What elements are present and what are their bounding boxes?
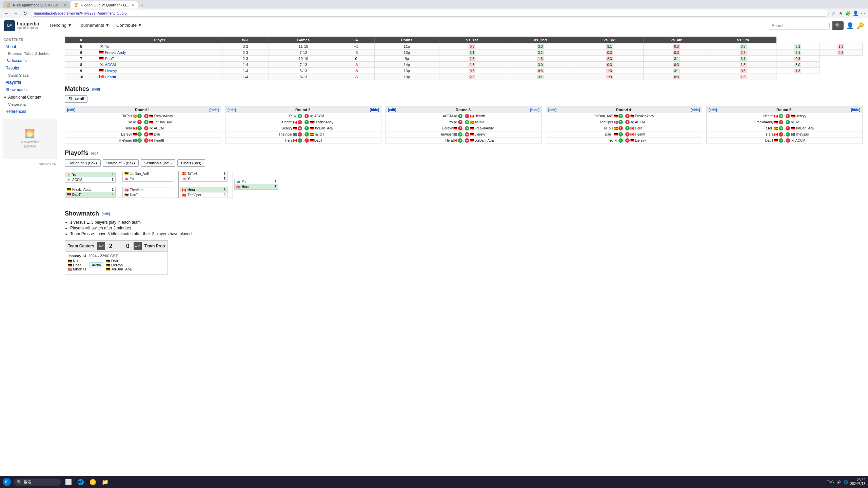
sidebar-item-showmatch[interactable]: Showmatch — [0, 86, 59, 94]
bookmark-icon[interactable]: ★ — [839, 11, 843, 16]
col-rank: # — [65, 37, 97, 43]
round-hide[interactable]: [hide] — [851, 108, 860, 112]
connector2-top — [175, 171, 179, 184]
match-p1: ACCM 🇰🇷 — [387, 114, 457, 118]
p1-flag: 🇩🇪 — [614, 133, 618, 136]
site-logo[interactable]: LP liquipedia Age of Empires — [4, 20, 39, 31]
report-ad-link[interactable]: REPORT AD — [3, 162, 56, 165]
tab2-close[interactable]: ✕ — [131, 3, 134, 7]
match-p2: 🇩🇪 DauT — [149, 133, 219, 136]
games-cell: 8-13 — [269, 74, 338, 80]
round-edit[interactable]: [edit] — [228, 108, 236, 112]
bracket-match-freakinandy-daut: 🇩🇪 FreakinAndy 2 🇩🇪 DauT 4 — [65, 187, 116, 198]
p1-flag: 🇨🇦 — [774, 114, 778, 118]
browser-tab-2[interactable]: 🏆 Hidden Cup V: Qualifier - Li... ✕ — [71, 1, 138, 8]
sidebar-item-swiss[interactable]: Swiss Stage — [0, 72, 59, 79]
search-input[interactable] — [769, 22, 830, 30]
semi-theviper-flag: 🇳🇴 — [182, 193, 186, 197]
round-hide[interactable]: [hide] — [210, 108, 219, 112]
player-link[interactable]: Hearttt — [105, 75, 116, 79]
match-p2: 🇨🇦 Hearttt — [470, 114, 540, 118]
sidebar-item-results[interactable]: Results — [0, 64, 59, 72]
round-edit[interactable]: [edit] — [388, 108, 396, 112]
final-hera-name: Hera — [242, 185, 270, 189]
back-button[interactable]: ← — [3, 10, 10, 17]
matches-title-text: Matches — [65, 85, 89, 93]
round-hide[interactable]: [hide] — [691, 108, 700, 112]
round-match-row: Yo 🇰🇷 3 : 2 🇰🇷 ACCM — [225, 113, 381, 119]
round-hide[interactable]: [hide] — [370, 108, 379, 112]
score-p2: 0 — [304, 138, 309, 143]
round-match-row: TheViper 🇳🇴 2 : 3 🇪🇸 TaToH — [225, 131, 381, 138]
nav-tournaments[interactable]: Tournaments ▼ — [75, 18, 113, 33]
playoffs-nav-btn-3[interactable]: Finals (Bo9) — [177, 159, 205, 167]
player-link[interactable]: Liereyy — [105, 69, 117, 73]
translate-icon[interactable]: ⚡ — [831, 11, 836, 16]
team-pros-logo: AoE — [134, 242, 142, 250]
match-p2: 🇩🇪 FreakinAndy — [470, 126, 540, 130]
p2-name: TaToH — [314, 133, 324, 136]
round-hide[interactable]: [hide] — [530, 108, 539, 112]
player-link[interactable]: DauT — [105, 57, 114, 61]
profile-icon[interactable]: 👤 — [853, 11, 859, 16]
sidebar-item-playoffs[interactable]: Playoffs — [0, 79, 59, 86]
sidebar-item-participants[interactable]: Participants — [0, 57, 59, 64]
p2-flag: 🇩🇪 — [791, 126, 795, 130]
match-p2: 🇩🇪 FreakinAndy — [630, 114, 701, 118]
rank-cell: 10 — [65, 74, 97, 80]
player-cell: 🇩🇪Liereyy — [97, 68, 222, 74]
new-tab-button[interactable]: + — [138, 1, 146, 8]
connector3-top — [229, 171, 233, 184]
p2-name: JorDan_AoE — [475, 139, 494, 142]
matches-edit-link[interactable]: [edit] — [92, 87, 100, 91]
nav-trending[interactable]: Trending ▼ — [46, 18, 75, 33]
match-players-row: 🇩🇪 Nili 🇩🇪 Dash 🇺🇸 MbonTT Arena — [68, 259, 165, 271]
result-cell: 0:3 — [576, 49, 643, 56]
p1-flag: 🇰🇷 — [614, 139, 618, 142]
sidebar-item-viewership[interactable]: Viewership — [0, 101, 59, 108]
player-link[interactable]: Yo — [105, 44, 109, 48]
p1-flag: 🇨🇦 — [293, 139, 297, 142]
search-button[interactable]: 🔍 — [832, 21, 844, 30]
result-cell: 2:3 — [576, 56, 643, 62]
score-separator: : — [142, 127, 143, 130]
tab1-close[interactable]: ✕ — [63, 3, 66, 7]
nav-contribute[interactable]: Contribute ▼ — [113, 18, 145, 33]
player-link[interactable]: ACCM — [105, 63, 116, 67]
ad-icon: 🌅 — [20, 129, 40, 139]
settings-icon[interactable]: ⋯ — [861, 11, 865, 16]
p1-name: Hera — [125, 126, 132, 130]
sidebar-item-broadcast[interactable]: Broadcast Talent, Schedule, Format... — [0, 50, 59, 57]
result-cell: 1:3 — [776, 68, 820, 74]
score-p2: 0 — [786, 138, 790, 143]
playoffs-nav-btn-2[interactable]: Semifinals (Bo9) — [141, 159, 176, 167]
sidebar-expand-additional[interactable]: ▼ Additional Content — [0, 94, 59, 101]
round-edit[interactable]: [edit] — [548, 108, 556, 112]
team-theviper-name: TheViper — [130, 188, 164, 192]
result-cell: 3:1 — [576, 43, 643, 49]
login-icon[interactable]: 🔑 — [856, 22, 864, 29]
ad-text: 里 可再发世界立即申请 — [20, 140, 40, 149]
url-bar[interactable] — [31, 10, 829, 17]
p2-name: TaToH — [475, 120, 484, 124]
team-accm-flag: 🇰🇷 — [67, 178, 71, 182]
browser-tab-1[interactable]: 🏆 Nili's Apartment Cup V - Lio... ✕ — [3, 1, 70, 8]
sidebar-item-additional[interactable]: Additional Content — [8, 95, 41, 100]
match-p1: DauT 🇩🇪 — [708, 139, 778, 142]
account-icon[interactable]: 👤 — [846, 22, 854, 29]
round-edit[interactable]: [edit] — [67, 108, 75, 112]
extensions-icon[interactable]: 🧩 — [845, 11, 851, 16]
playoffs-edit-link[interactable]: [edit] — [91, 151, 99, 155]
showmatch-edit-link[interactable]: [edit] — [102, 212, 110, 216]
match-p2: 🇨🇦 Hera — [630, 126, 701, 130]
sidebar-item-about[interactable]: About — [0, 43, 59, 50]
playoffs-nav-btn-1[interactable]: Round of 6 (Bo7) — [103, 159, 139, 167]
round-edit[interactable]: [edit] — [709, 108, 717, 112]
forward-button[interactable]: → — [12, 10, 20, 17]
player-link[interactable]: FreakinAndy — [105, 50, 126, 55]
show-all-button[interactable]: Show all — [65, 95, 87, 103]
bracket-semi-tatoh-yo: 🇪🇸 TaToH 5 🇰🇷 Yo 5 — [180, 171, 228, 182]
sidebar-item-references[interactable]: References — [0, 108, 59, 115]
reload-button[interactable]: ↻ — [22, 10, 28, 17]
playoffs-nav-btn-0[interactable]: Round of 8 (Bo7) — [65, 159, 101, 167]
